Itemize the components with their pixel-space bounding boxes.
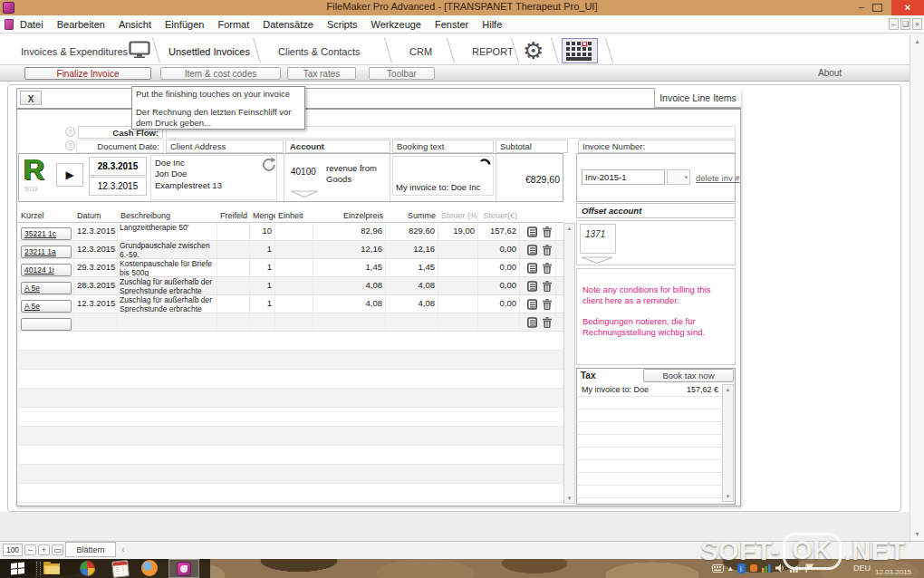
table-row[interactable]: A 5e 28.3.2015 Zuschlag für außerhalb de…: [18, 277, 563, 295]
menu-item-0[interactable]: Datei: [20, 19, 43, 30]
menu-item-6[interactable]: Scripts: [327, 19, 358, 30]
account-name: revenue from Goods: [326, 163, 388, 186]
mode-selector[interactable]: Blättern: [65, 542, 116, 557]
document-date-field[interactable]: 12.3.2015: [89, 177, 147, 196]
table-row[interactable]: [18, 313, 563, 332]
invoice-date-field[interactable]: 28.3.2015: [89, 157, 147, 176]
scroll-down-icon[interactable]: ▾: [564, 495, 574, 502]
tax-row[interactable]: My invoice to: Doe157,62 €: [578, 384, 722, 397]
close-button[interactable]: ×: [891, 0, 924, 15]
zoom-level-field[interactable]: 100: [3, 544, 23, 556]
line-item-detail-icon[interactable]: [527, 263, 537, 274]
col-einzelpreis: Einzelpreis: [313, 209, 386, 222]
scroll-down-icon[interactable]: ▾: [723, 493, 733, 500]
menu-item-2[interactable]: Ansicht: [119, 19, 151, 30]
menu-item-9[interactable]: Hilfe: [482, 19, 502, 30]
address-line: Doe Inc: [155, 158, 273, 169]
taskbar-grip[interactable]: [36, 562, 41, 575]
offset-account-field[interactable]: 1371: [580, 224, 616, 254]
billing-notes-field[interactable]: Note any conditions for billing this cli…: [576, 268, 736, 365]
tab-report[interactable]: REPORT: [472, 46, 514, 57]
menu-item-8[interactable]: Fenster: [435, 19, 468, 30]
media-app-taskbar-icon[interactable]: [80, 561, 95, 576]
scroll-up-icon[interactable]: ▴: [723, 386, 733, 393]
delete-line-item-icon[interactable]: [543, 263, 552, 274]
tax-scrollbar[interactable]: ▴ ▾: [722, 384, 734, 502]
table-row[interactable]: 35221 1c 12.3.2015 Langzeittherapie 50' …: [18, 223, 563, 241]
empty-table-row: [18, 446, 563, 465]
scroll-up-icon[interactable]: ▴: [564, 225, 574, 232]
tab-unsettled-invoices[interactable]: Unsettled Invoices: [168, 46, 250, 57]
subtab-finalize-invoice[interactable]: Finalize Invoice: [24, 67, 151, 80]
book-tax-now-button[interactable]: Book tax now: [643, 369, 734, 382]
child-minimize-button[interactable]: –: [889, 18, 899, 30]
delete-line-item-icon[interactable]: [543, 226, 552, 237]
delete-line-item-icon[interactable]: [543, 317, 552, 328]
subtab-item-cost-codes[interactable]: Item & cost codes: [160, 67, 281, 80]
account-code-field[interactable]: 40100: [287, 155, 325, 189]
child-close-button[interactable]: ×: [912, 18, 922, 30]
calendar-grid-icon[interactable]: [562, 38, 598, 63]
menu-item-4[interactable]: Format: [217, 19, 249, 30]
kuerzel-button[interactable]: A 5e: [21, 300, 72, 313]
table-scrollbar[interactable]: ▴ ▾: [563, 223, 575, 504]
about-label[interactable]: About: [818, 68, 842, 78]
line-item-detail-icon[interactable]: [527, 245, 537, 255]
kuerzel-button[interactable]: 40124 1i: [21, 264, 72, 276]
calendar-app-taskbar-icon[interactable]: ⋮⋮: [111, 560, 130, 578]
kuerzel-button[interactable]: 35221 1c: [21, 227, 72, 240]
account-dropdown-chevron-icon[interactable]: [290, 190, 319, 198]
table-row[interactable]: 40124 1i 29.3.2015 Kostenpauschale für B…: [18, 259, 563, 277]
delete-line-item-icon[interactable]: [543, 281, 552, 292]
minimize-button[interactable]: –: [852, 0, 871, 14]
kuerzel-button[interactable]: 23211 1a: [21, 246, 72, 258]
tab-invoices-expenditures[interactable]: Invoices & Expenditures: [21, 46, 128, 57]
booking-text-label: Booking text: [392, 140, 494, 153]
invoice-number-dropdown[interactable]: ▾: [667, 169, 690, 185]
layout-mode-button[interactable]: ▭: [52, 544, 63, 555]
refresh-icon[interactable]: [261, 157, 277, 173]
filemaker-taskbar-slot[interactable]: [168, 559, 199, 578]
firefox-taskbar-icon[interactable]: [141, 560, 158, 576]
client-address-field[interactable]: Doe Inc Jon Doe Examplestreet 13: [150, 155, 277, 200]
invoice-number-field[interactable]: Inv-2015-1: [582, 169, 665, 185]
table-row[interactable]: 23211 1a 12.3.2015 Grundpauschale zwisch…: [18, 241, 563, 259]
help-question-icon[interactable]: ?: [65, 140, 75, 150]
delete-line-item-icon[interactable]: [543, 299, 552, 310]
kuerzel-button[interactable]: [21, 318, 72, 331]
table-row[interactable]: A 5e 12.3.2015 Zuschlag für außerhalb de…: [18, 295, 563, 313]
kuerzel-button[interactable]: A 5e: [21, 282, 72, 294]
window-scrollbar[interactable]: ▴ ▾: [910, 34, 924, 541]
tab-clients-contacts[interactable]: Clients & Contacts: [278, 46, 360, 57]
explorer-taskbar-icon[interactable]: [43, 561, 60, 576]
col-kuerzel: Kürzel: [18, 209, 74, 222]
windows-start-button[interactable]: [0, 559, 34, 578]
delete-invoice-number-link[interactable]: delete inv #: [696, 173, 740, 183]
tab-crm[interactable]: CRM: [409, 46, 432, 57]
menu-item-5[interactable]: Datensätze: [263, 19, 313, 30]
empty-tax-row: [578, 397, 722, 409]
collapse-statusbar-icon[interactable]: ‹: [121, 544, 125, 554]
menu-item-1[interactable]: Bearbeiten: [57, 19, 105, 30]
zoom-out-button[interactable]: –: [24, 544, 36, 555]
panel-close-button[interactable]: X: [20, 91, 42, 105]
offset-dropdown-chevron-icon[interactable]: [581, 256, 613, 265]
help-question-icon[interactable]: ?: [65, 127, 75, 137]
line-item-detail-icon[interactable]: [527, 317, 537, 328]
subtab-tax-rates[interactable]: Tax rates: [287, 67, 356, 80]
scroll-up-icon[interactable]: ▴: [910, 37, 924, 45]
menu-item-3[interactable]: Einfügen: [165, 19, 204, 30]
empty-table-row: [18, 484, 563, 503]
line-item-detail-icon[interactable]: [527, 299, 537, 310]
child-restore-button[interactable]: ❏: [900, 18, 910, 30]
play-script-button[interactable]: ▶: [56, 163, 83, 187]
line-item-detail-icon[interactable]: [527, 226, 537, 237]
subtab-toolbar[interactable]: Toolbar: [369, 67, 435, 80]
window-title: FileMaker Pro Advanced - [TRANSPANET The…: [0, 1, 924, 12]
delete-line-item-icon[interactable]: [543, 245, 552, 255]
zoom-in-button[interactable]: +: [38, 544, 50, 555]
line-item-detail-icon[interactable]: [527, 281, 537, 292]
gear-icon[interactable]: ⚙: [523, 38, 544, 63]
menu-item-7[interactable]: Werkzeuge: [371, 19, 421, 30]
maximize-button[interactable]: [872, 4, 882, 12]
